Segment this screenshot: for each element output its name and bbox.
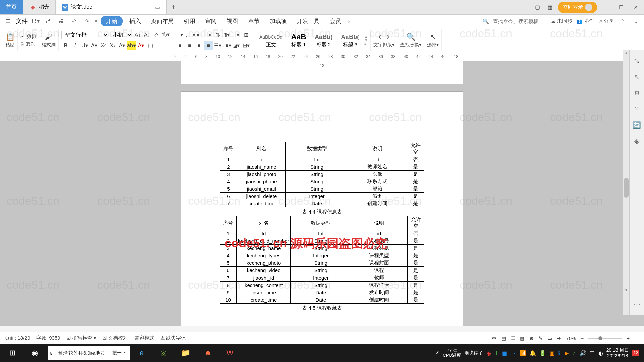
bold-button[interactable]: B xyxy=(61,41,70,50)
location-icon[interactable]: ◈ xyxy=(634,137,639,145)
shrink-font-icon[interactable]: A↓ xyxy=(143,31,151,39)
unsync-button[interactable]: ☁未同步 xyxy=(551,18,572,24)
cut-button[interactable]: ✂剪切 xyxy=(20,34,36,40)
translate-icon[interactable]: 🔄 xyxy=(633,121,641,129)
edit-icon[interactable]: ✎ xyxy=(538,335,543,341)
menu-more-icon[interactable]: › xyxy=(348,18,350,24)
increase-indent-icon[interactable]: ⇥ xyxy=(204,31,213,39)
tab-document[interactable]: W 论文.doc ▭ xyxy=(56,0,167,14)
tab-add[interactable]: + xyxy=(167,0,180,14)
style-heading3[interactable]: AaBb( 标题 3 xyxy=(338,32,362,49)
menu-member[interactable]: 会员 xyxy=(326,16,344,26)
phonetic-guide-icon[interactable]: ㊟▾ xyxy=(161,31,170,39)
weather-widget[interactable]: ☀ xyxy=(435,351,439,355)
tray-icon-1[interactable]: ◉ xyxy=(486,350,491,356)
fullscreen-icon[interactable]: ⛶ xyxy=(634,335,639,341)
minimize-button[interactable]: — xyxy=(600,2,612,12)
settings-slider-icon[interactable]: ⚙ xyxy=(634,89,640,97)
menu-reference[interactable]: 引用 xyxy=(180,16,199,26)
tray-notification-icon[interactable]: 🔔 xyxy=(529,350,536,356)
task-wps[interactable]: W xyxy=(220,345,240,361)
menu-dev-tools[interactable]: 开发工具 xyxy=(293,16,323,26)
tray-icon-2[interactable]: ⬆ xyxy=(494,350,499,356)
help-icon[interactable]: ? xyxy=(635,105,639,113)
save-icon[interactable]: 🖫▾ xyxy=(31,17,40,26)
tray-icon-6[interactable]: ✓ xyxy=(572,350,576,356)
font-color-button[interactable]: A▾ xyxy=(137,41,145,50)
collab-button[interactable]: 👥协作 xyxy=(576,18,594,24)
toggle-marks-icon[interactable]: ¶▾ xyxy=(223,31,231,39)
cpu-temp[interactable]: 77°C CPU温度 xyxy=(443,348,461,358)
tray-wifi-icon[interactable]: 📶 xyxy=(519,350,526,356)
close-button[interactable]: ✕ xyxy=(630,2,641,12)
menu-review[interactable]: 审阅 xyxy=(202,16,220,26)
style-gallery-nav[interactable]: ▲▼≡ xyxy=(364,35,368,46)
task-360[interactable]: ◎ xyxy=(153,345,174,361)
tray-bluetooth-icon[interactable]: ᛒ xyxy=(558,350,561,356)
text-layout-button[interactable]: ⟷ 文字排版▾ xyxy=(373,33,394,48)
distribute-icon[interactable]: ☰▾ xyxy=(213,41,222,50)
scroll-down-icon[interactable]: ▼ xyxy=(624,288,629,293)
paste-button[interactable]: 📋 粘贴 xyxy=(5,33,15,48)
outline-view-icon[interactable]: ☰ xyxy=(511,335,515,341)
cortana-icon[interactable]: ◉ xyxy=(24,345,45,361)
subscript-button[interactable]: X₂ xyxy=(108,41,117,50)
tray-icon-3[interactable]: ▣ xyxy=(502,350,507,356)
pencil-icon[interactable]: ✎ xyxy=(634,57,640,65)
align-justify-icon[interactable]: ≡ xyxy=(204,41,213,50)
maximize-button[interactable]: ☐ xyxy=(615,2,627,12)
document-page[interactable]: 序号列名数据类型说明允许空1IdIntid否2jiaoshi_nameStrin… xyxy=(181,91,463,326)
style-heading2[interactable]: AaBb( 标题 2 xyxy=(311,32,336,49)
vertical-scrollbar[interactable]: ▲ ▼ xyxy=(623,50,629,315)
format-painter-button[interactable]: 🖌 格式刷 xyxy=(42,33,56,48)
print-preview-icon[interactable]: 🖶 xyxy=(44,17,53,26)
dropdown-icon[interactable]: ▾ xyxy=(95,18,97,24)
undo-icon[interactable]: ↶ xyxy=(69,17,78,26)
menu-view[interactable]: 视图 xyxy=(223,16,241,26)
menu-start[interactable]: 开始 xyxy=(101,16,123,26)
file-menu[interactable]: 文件 xyxy=(16,17,28,25)
zoom-fit-page-icon[interactable]: ⬌ xyxy=(557,335,561,341)
style-heading1[interactable]: AaB 标题 1 xyxy=(288,32,309,49)
copy-button[interactable]: ⎘复制 xyxy=(21,41,35,47)
tab-daoke[interactable]: ◆ 稻壳 xyxy=(23,0,56,14)
scroll-thumb[interactable] xyxy=(624,178,629,198)
word-count[interactable]: 字数: 9359 xyxy=(36,335,60,341)
style-normal[interactable]: AaBbCcDd 正文 xyxy=(256,32,286,49)
menu-insert[interactable]: 插入 xyxy=(126,16,144,26)
line-spacing-tight-icon[interactable]: ≡▾ xyxy=(232,31,241,39)
align-center-icon[interactable]: ≡ xyxy=(185,41,194,50)
sort-icon[interactable]: ⇅ xyxy=(213,31,222,39)
zoom-out[interactable]: − xyxy=(581,335,584,341)
task-app1[interactable]: ☻ xyxy=(198,345,218,361)
tray-icon-7[interactable]: ◐ xyxy=(598,350,603,356)
hot-news[interactable]: 雨快停了 xyxy=(464,350,483,356)
select-button[interactable]: ↖ 选择▾ xyxy=(427,33,439,48)
start-button[interactable]: ⊞ xyxy=(2,345,23,361)
tray-battery-icon[interactable]: 🔋 xyxy=(539,350,546,356)
task-explorer[interactable]: 📁 xyxy=(175,345,196,361)
page-indicator[interactable]: 页面: 18/29 xyxy=(5,335,30,341)
clear-format-icon[interactable]: ◇ xyxy=(152,31,161,39)
share-button[interactable]: ↗分享 xyxy=(598,18,614,24)
layout-grid-icon[interactable]: ▦ xyxy=(545,3,555,12)
zoom-slider[interactable] xyxy=(588,338,622,339)
menu-chapter[interactable]: 章节 xyxy=(245,16,263,26)
bullet-list-icon[interactable]: ≡▾ xyxy=(176,31,184,39)
search-input[interactable] xyxy=(493,18,547,24)
read-view-icon[interactable]: ▤ xyxy=(501,335,506,341)
menu-icon[interactable]: ☰ xyxy=(3,17,13,26)
spell-check-toggle[interactable]: ☑ 拼写检查 ▾ xyxy=(66,335,96,341)
tab-options-icon[interactable]: ▭ xyxy=(155,4,160,10)
menu-addon[interactable]: 加载项 xyxy=(266,16,290,26)
line-spacing-icon[interactable]: ↕≡▾ xyxy=(223,41,231,50)
tray-clock[interactable]: 20:18 周日 2022/9/18 xyxy=(606,347,629,359)
globe-icon[interactable]: ⊕ xyxy=(529,335,534,341)
decrease-indent-icon[interactable]: ⇤ xyxy=(195,31,203,39)
web-view-icon[interactable]: ▦ xyxy=(520,335,525,341)
tray-icon-5[interactable]: ▶ xyxy=(565,350,569,356)
tray-volume-icon[interactable]: 🔊 xyxy=(580,350,586,356)
taskbar-search[interactable]: e 台湾花莲县6.9级地震 搜一下 xyxy=(48,346,130,360)
zoom-fit-width-icon[interactable]: ▭ xyxy=(547,335,552,341)
align-right-icon[interactable]: ≡ xyxy=(195,41,203,50)
